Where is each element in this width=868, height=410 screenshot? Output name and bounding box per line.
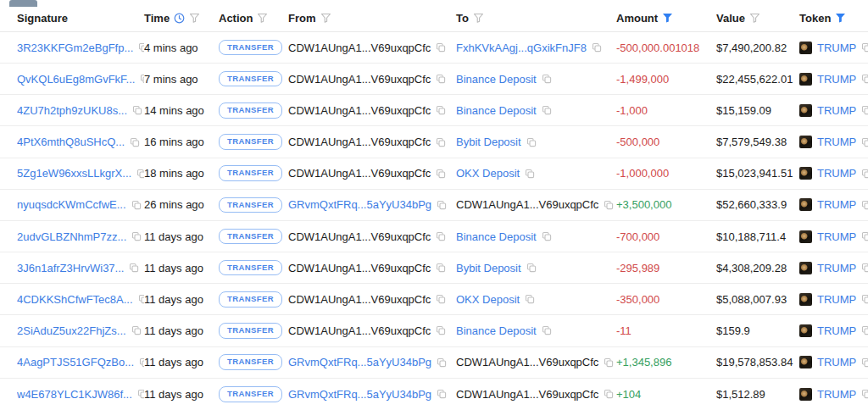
copy-icon[interactable] [138,294,144,304]
to-address[interactable]: OKX Deposit [456,167,520,180]
filter-outline-icon[interactable] [189,13,200,24]
copy-icon[interactable] [138,42,144,53]
to-address[interactable]: CDW1AUngA1...V69uxqpCfc [456,198,598,211]
copy-icon[interactable] [525,169,535,179]
copy-icon[interactable] [604,389,614,399]
signature-link[interactable]: 4CDKKShCfwFTec8A... [17,293,133,306]
to-address[interactable]: CDW1AUngA1...V69uxqpCfc [456,388,598,401]
copy-icon[interactable] [437,200,447,210]
token-link[interactable]: TRUMP [817,230,856,243]
copy-icon[interactable] [861,263,868,273]
copy-icon[interactable] [436,263,446,273]
copy-icon[interactable] [525,294,535,304]
copy-icon[interactable] [131,231,142,241]
filter-outline-icon[interactable] [749,13,760,24]
copy-icon[interactable] [861,294,868,304]
copy-icon[interactable] [436,74,446,84]
token-link[interactable]: TRUMP [817,388,856,401]
copy-icon[interactable] [436,105,446,115]
clock-icon[interactable] [174,13,185,24]
from-address[interactable]: CDW1AUngA1...V69uxqpCfc [288,262,431,274]
signature-link[interactable]: 2udvGLBZNhmP7zz... [17,230,126,243]
copy-icon[interactable] [436,137,446,147]
signature-link[interactable]: 3R23KKFGm2eBgFfp... [17,42,133,54]
signature-link[interactable]: 4PtX6mthQ8uSHcQ... [17,136,125,148]
copy-icon[interactable] [604,200,614,210]
signature-link[interactable]: 2SiAduZ5ux22FhjZs... [17,324,126,337]
to-address[interactable]: Binance Deposit [456,104,537,117]
from-address[interactable]: CDW1AUngA1...V69uxqpCfc [288,136,431,148]
signature-link[interactable]: 4AagPTJS51GFQzBo... [17,356,134,368]
copy-icon[interactable] [861,231,868,241]
from-address[interactable]: CDW1AUngA1...V69uxqpCfc [288,324,431,337]
token-link[interactable]: TRUMP [817,73,856,86]
token-link[interactable]: TRUMP [817,42,856,54]
filter-outline-icon[interactable] [257,13,268,24]
from-address[interactable]: GRvmQxtFRq...5aYyU34bPg [288,198,431,211]
token-link[interactable]: TRUMP [817,136,856,148]
copy-icon[interactable] [436,231,446,241]
copy-icon[interactable] [542,74,552,84]
copy-icon[interactable] [132,105,142,115]
copy-icon[interactable] [861,357,868,368]
copy-icon[interactable] [526,137,537,147]
copy-icon[interactable] [436,42,446,53]
copy-icon[interactable] [137,389,144,399]
signature-link[interactable]: 4ZU7h2tph9zUKU8s... [17,104,127,117]
from-address[interactable]: CDW1AUngA1...V69uxqpCfc [288,73,431,86]
filter-solid-icon[interactable] [835,13,846,24]
copy-icon[interactable] [542,325,552,335]
from-address[interactable]: CDW1AUngA1...V69uxqpCfc [288,104,431,117]
signature-link[interactable]: w4E678YLC1KJW86f... [17,388,132,401]
to-address[interactable]: OKX Deposit [456,293,520,306]
token-link[interactable]: TRUMP [817,262,856,274]
token-link[interactable]: TRUMP [817,293,856,306]
token-link[interactable]: TRUMP [817,324,856,337]
copy-icon[interactable] [436,294,446,304]
copy-icon[interactable] [131,200,142,210]
from-address[interactable]: GRvmQxtFRq...5aYyU34bPg [288,388,431,401]
copy-icon[interactable] [129,263,139,273]
copy-icon[interactable] [861,200,868,210]
token-link[interactable]: TRUMP [817,104,856,117]
signature-link[interactable]: QvKQL6uEg8mGvFkF... [17,73,135,86]
token-link[interactable]: TRUMP [817,167,856,180]
copy-icon[interactable] [861,389,868,399]
to-address[interactable]: Binance Deposit [456,73,537,86]
copy-icon[interactable] [437,357,447,368]
to-address[interactable]: CDW1AUngA1...V69uxqpCfc [456,356,598,368]
token-link[interactable]: TRUMP [817,198,856,211]
copy-icon[interactable] [436,325,446,335]
copy-icon[interactable] [437,389,447,399]
copy-icon[interactable] [861,137,868,147]
copy-icon[interactable] [861,105,868,115]
filter-outline-icon[interactable] [473,13,484,24]
copy-icon[interactable] [526,263,537,273]
copy-icon[interactable] [861,325,868,335]
copy-icon[interactable] [136,169,144,179]
signature-link[interactable]: nyuqsdcKWmCcfwE... [17,198,126,211]
filter-solid-icon[interactable] [662,13,673,24]
to-address[interactable]: Bybit Deposit [456,136,521,148]
from-address[interactable]: CDW1AUngA1...V69uxqpCfc [288,230,431,243]
copy-icon[interactable] [861,169,868,179]
to-address[interactable]: Bybit Deposit [456,262,521,274]
from-address[interactable]: CDW1AUngA1...V69uxqpCfc [288,42,431,54]
token-link[interactable]: TRUMP [817,356,856,368]
from-address[interactable]: GRvmQxtFRq...5aYyU34bPg [288,356,431,368]
copy-icon[interactable] [542,105,552,115]
to-address[interactable]: Binance Deposit [456,324,537,337]
copy-icon[interactable] [861,74,868,84]
signature-link[interactable]: 3J6n1afrZ3HrvWi37... [17,262,124,274]
signature-link[interactable]: 5Zg1eW96xxsLLkgrX... [17,167,131,180]
copy-icon[interactable] [131,325,142,335]
from-address[interactable]: CDW1AUngA1...V69uxqpCfc [288,167,431,180]
copy-icon[interactable] [604,357,614,368]
copy-icon[interactable] [542,231,552,241]
from-address[interactable]: CDW1AUngA1...V69uxqpCfc [288,293,431,306]
to-address[interactable]: Binance Deposit [456,230,537,243]
copy-icon[interactable] [861,42,868,53]
copy-icon[interactable] [592,42,602,53]
to-address[interactable]: FxhKVkAAgj...qGxikFnJF8 [456,42,587,54]
copy-icon[interactable] [130,137,140,147]
